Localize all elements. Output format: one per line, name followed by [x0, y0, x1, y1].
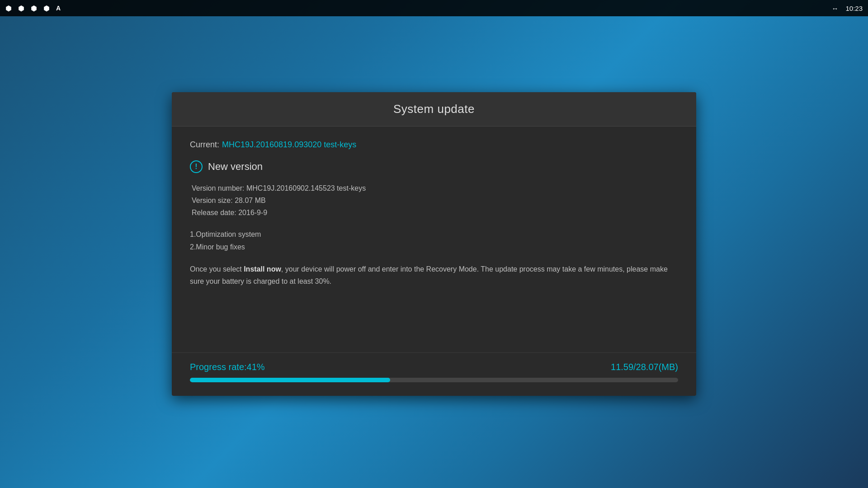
current-label: Current:	[190, 140, 219, 150]
current-version-row: Current: MHC19J.20160819.093020 test-key…	[190, 140, 678, 150]
usb-icon-4: ⬢	[43, 4, 50, 13]
usb-icon-2: ⬢	[18, 4, 24, 13]
usb-icon-3: ⬢	[31, 4, 37, 13]
dialog-title: System update	[190, 102, 678, 116]
taskbar: ⬢ ⬢ ⬢ ⬢ A ↔ 10:23	[0, 0, 868, 16]
arrows-icon: ↔	[831, 5, 838, 12]
taskbar-left: ⬢ ⬢ ⬢ ⬢ A	[5, 4, 61, 13]
install-notice: Once you select Install now, your device…	[190, 263, 678, 287]
release-date-label: Release date:	[192, 209, 236, 216]
keyboard-icon: A	[56, 5, 61, 12]
new-version-heading: ! New version	[190, 160, 678, 173]
system-update-dialog: System update Current: MHC19J.20160819.0…	[172, 92, 696, 396]
release-date-value: 2016-9-9	[238, 209, 267, 216]
progress-rate-label: Progress rate:41%	[190, 362, 265, 372]
install-now-bold: Install now	[244, 265, 281, 273]
new-version-label: New version	[208, 161, 263, 173]
info-icon: !	[190, 160, 203, 173]
version-size-line: Version size: 28.07 MB	[192, 194, 678, 206]
dialog-header: System update	[172, 92, 696, 127]
usb-icon-1: ⬢	[5, 4, 12, 13]
version-size-label: Version size:	[192, 197, 233, 204]
version-number-label: Version number:	[192, 184, 245, 192]
changelog-item-1: 1.Optimization system	[190, 228, 678, 241]
install-notice-before: Once you select	[190, 265, 244, 273]
version-size-value: 28.07 MB	[235, 197, 265, 204]
progress-bar-container	[190, 378, 678, 382]
changelog-item-2: 2.Minor bug fixes	[190, 241, 678, 254]
current-version-value: MHC19J.20160819.093020 test-keys	[222, 140, 356, 150]
version-number-value: MHC19J.20160902.145523 test-keys	[246, 184, 366, 192]
progress-info: Progress rate:41% 11.59/28.07(MB)	[190, 362, 678, 372]
version-details: Version number: MHC19J.20160902.145523 t…	[192, 182, 678, 219]
release-date-line: Release date: 2016-9-9	[192, 206, 678, 219]
progress-bar-fill	[190, 378, 390, 382]
dialog-body: Current: MHC19J.20160819.093020 test-key…	[172, 127, 696, 352]
taskbar-right: ↔ 10:23	[831, 5, 863, 12]
clock: 10:23	[845, 5, 863, 12]
dialog-footer: Progress rate:41% 11.59/28.07(MB)	[172, 352, 696, 396]
version-number-line: Version number: MHC19J.20160902.145523 t…	[192, 182, 678, 194]
dialog-overlay: System update Current: MHC19J.20160819.0…	[0, 0, 868, 488]
changelog: 1.Optimization system 2.Minor bug fixes	[190, 228, 678, 254]
progress-size-label: 11.59/28.07(MB)	[611, 362, 678, 372]
